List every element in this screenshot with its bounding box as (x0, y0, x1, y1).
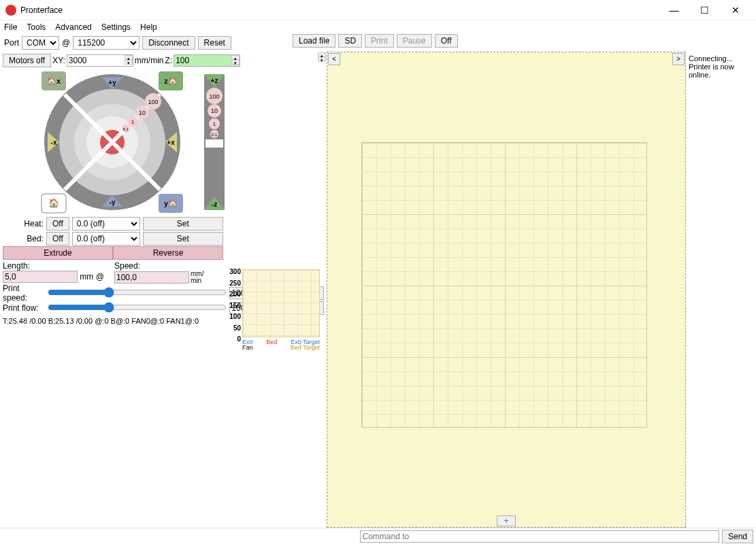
menu-advanced[interactable]: Advanced (55, 22, 91, 32)
titlebar: Pronterface — ☐ ✕ (0, 0, 756, 20)
length-label: Length: (3, 261, 112, 271)
xy-up-icon[interactable]: ▴ (125, 55, 133, 60)
command-input[interactable] (360, 530, 719, 543)
svg-text:0,1: 0,1 (212, 133, 218, 137)
print-speed-slider[interactable] (48, 287, 227, 298)
svg-text:-x: -x (51, 139, 57, 146)
svg-text:+y: +y (108, 79, 116, 86)
maximize-button[interactable]: ☐ (689, 0, 720, 20)
reset-button[interactable]: Reset (198, 36, 231, 50)
svg-text:0,1: 0,1 (123, 127, 129, 131)
disconnect-button[interactable]: Disconnect (142, 36, 195, 50)
svg-text:-y: -y (110, 199, 116, 206)
length-input[interactable] (3, 271, 78, 283)
svg-text:100: 100 (148, 99, 158, 105)
heat-set-button[interactable]: Set (143, 217, 223, 231)
motors-off-button[interactable]: Motors off (3, 54, 51, 67)
menu-file[interactable]: File (4, 22, 17, 32)
z-feed-input[interactable] (174, 54, 240, 67)
heat-off-button[interactable]: Off (46, 217, 69, 231)
svg-rect-33 (206, 139, 223, 148)
sd-button[interactable]: SD (338, 34, 362, 48)
gcode-preview[interactable] (327, 52, 686, 528)
xy-label: XY: (52, 56, 65, 65)
print-speed-label: Print speed: (3, 284, 45, 303)
bed-off-button[interactable]: Off (46, 232, 69, 245)
z-label: Z: (165, 56, 173, 65)
svg-text:1: 1 (213, 121, 216, 127)
svg-text:z🏠: z🏠 (164, 76, 178, 86)
svg-text:100: 100 (209, 93, 219, 100)
minimize-button[interactable]: — (659, 0, 689, 20)
window-title: Pronterface (20, 5, 659, 15)
reverse-button[interactable]: Reverse (113, 246, 223, 260)
z-up-icon[interactable]: ▴ (231, 55, 240, 60)
z-down-icon[interactable]: ▾ (231, 60, 240, 65)
log-line: Connecting... (689, 54, 753, 63)
mm-min-label2: mm/ min (191, 271, 203, 284)
speed-label: Speed: (114, 261, 223, 271)
send-button[interactable]: Send (722, 530, 753, 543)
log-panel: Connecting... Printer is now online. (686, 52, 756, 528)
extrude-speed-input[interactable] (114, 271, 189, 284)
jog-panel: yx 🏠x z🏠 🏠 y🏠 +y -y -x +x 100 10 1 0,1 (37, 71, 289, 214)
port-select[interactable]: COM3 (22, 36, 59, 50)
mm-at-label: mm @ (80, 272, 104, 282)
svg-text:y🏠: y🏠 (164, 199, 178, 208)
app-icon (5, 5, 16, 16)
port-label: Port (4, 38, 19, 48)
print-flow-label: Print flow: (3, 303, 45, 313)
menu-tools[interactable]: Tools (27, 22, 46, 32)
svg-text:-z: -z (212, 201, 217, 208)
print-flow-slider[interactable] (48, 302, 227, 313)
svg-text:+x: +x (167, 139, 175, 146)
svg-text:10: 10 (211, 107, 218, 114)
pause-button[interactable]: Pause (397, 34, 432, 48)
svg-text:🏠x: 🏠x (47, 76, 61, 86)
menubar: File Tools Advanced Settings Help (0, 20, 756, 34)
layer-next-button[interactable]: > (672, 53, 685, 65)
xy-feed-input[interactable] (67, 54, 133, 67)
file-toolbar: Load file SD Print Pause Off (293, 34, 458, 48)
bed-label: Bed: (3, 234, 44, 243)
close-button[interactable]: ✕ (720, 0, 751, 20)
load-file-button[interactable]: Load file (293, 34, 335, 48)
temp-chart: 300 250 200 150 100 50 0 Ex0 Bed Ex0 Tar… (225, 269, 320, 351)
log-line: Printer is now online. (689, 63, 753, 79)
heat-label: Heat: (3, 219, 44, 228)
xy-down-icon[interactable]: ▾ (125, 60, 133, 65)
svg-text:+z: +z (211, 77, 218, 84)
baud-select[interactable]: 115200 (73, 36, 139, 50)
svg-text:1: 1 (131, 119, 135, 125)
heat-temp-select[interactable]: 0.0 (off) (72, 217, 140, 231)
add-view-button[interactable]: + (497, 515, 516, 526)
svg-text:🏠: 🏠 (48, 197, 60, 209)
extrude-button[interactable]: Extrude (3, 246, 113, 260)
off-button[interactable]: Off (435, 34, 458, 48)
at-label: @ (62, 38, 70, 48)
print-button[interactable]: Print (365, 34, 394, 48)
bed-temp-select[interactable]: 0.0 (off) (72, 232, 140, 245)
svg-text:10: 10 (139, 109, 146, 116)
menu-help[interactable]: Help (140, 22, 157, 32)
layer-prev-button[interactable]: < (328, 53, 340, 65)
bed-set-button[interactable]: Set (143, 232, 223, 245)
menu-settings[interactable]: Settings (101, 22, 131, 32)
mm-min-label: mm/min (135, 56, 164, 65)
